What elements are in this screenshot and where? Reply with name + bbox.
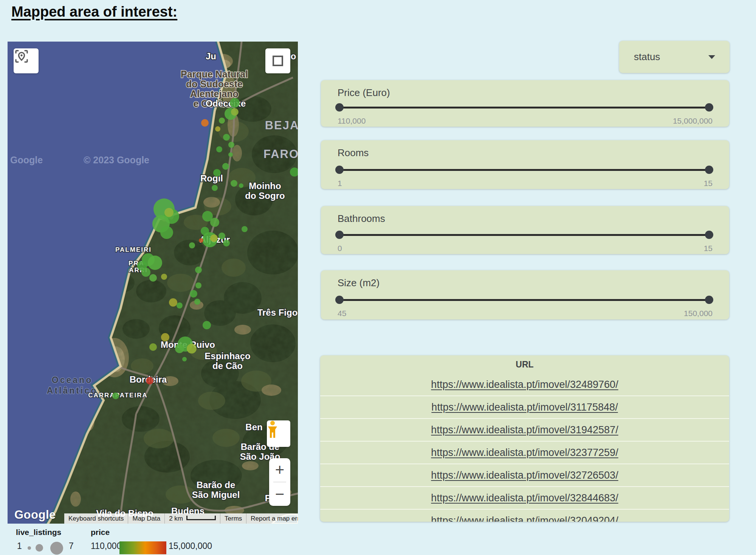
listing-dot[interactable] bbox=[218, 233, 225, 239]
table-row: https://www.idealista.pt/imovel/32489760… bbox=[320, 374, 729, 395]
listing-dot[interactable] bbox=[195, 282, 201, 288]
legend-size-title: live_listings bbox=[16, 528, 61, 537]
listing-dot[interactable] bbox=[199, 238, 203, 243]
map-label: Parque Natural bbox=[181, 69, 248, 79]
listing-dot[interactable] bbox=[201, 119, 209, 127]
rooms-filter-title: Rooms bbox=[338, 147, 369, 159]
listing-dot[interactable] bbox=[195, 267, 202, 273]
map-label: Odeceixe bbox=[206, 98, 246, 109]
listing-dot[interactable] bbox=[164, 208, 174, 217]
rooms-max-label: 15 bbox=[704, 179, 713, 188]
listing-dot[interactable] bbox=[149, 343, 157, 351]
listing-dot[interactable] bbox=[177, 302, 183, 309]
map-label: Google bbox=[10, 155, 43, 165]
map-label: © 2023 Google bbox=[84, 155, 149, 165]
table-row: https://www.idealista.pt/imovel/31942587… bbox=[320, 418, 729, 441]
price-slider-handle-min[interactable] bbox=[335, 103, 344, 112]
terms-link[interactable]: Terms bbox=[220, 513, 246, 524]
listing-dot[interactable] bbox=[194, 299, 200, 305]
listing-dot[interactable] bbox=[228, 152, 233, 157]
rooms-slider-handle-max[interactable] bbox=[705, 166, 713, 174]
map[interactable]: JuoParque Naturaldo SudoesteAlentejanoe … bbox=[8, 42, 298, 524]
listing-dot[interactable] bbox=[231, 180, 237, 187]
listing-dot[interactable] bbox=[223, 240, 230, 246]
zoom-control: + − bbox=[269, 458, 290, 506]
map-label: Ben bbox=[245, 422, 262, 432]
price-gradient-bar bbox=[119, 541, 166, 554]
size-filter-title: Size (m2) bbox=[338, 277, 380, 289]
listing-dot[interactable] bbox=[189, 242, 195, 248]
listing-dot[interactable] bbox=[231, 108, 239, 116]
bathrooms-slider-handle-max[interactable] bbox=[705, 231, 713, 239]
listing-link[interactable]: https://www.idealista.pt/imovel/32489760… bbox=[431, 379, 618, 391]
listing-dot[interactable] bbox=[219, 118, 225, 124]
listing-dot[interactable] bbox=[216, 146, 222, 152]
keyboard-shortcuts-link[interactable]: Keyboard shortcuts bbox=[64, 513, 128, 524]
size-slider-track[interactable] bbox=[339, 299, 710, 301]
listing-link[interactable]: https://www.idealista.pt/imovel/32377259… bbox=[431, 447, 618, 459]
listing-dot[interactable] bbox=[215, 126, 220, 132]
listing-link[interactable]: https://www.idealista.pt/imovel/32844683… bbox=[431, 492, 618, 504]
listing-dot[interactable] bbox=[149, 274, 157, 282]
legend-dot-large bbox=[50, 542, 63, 555]
listing-dot[interactable] bbox=[203, 321, 211, 329]
table-row: https://www.idealista.pt/imovel/32049204… bbox=[320, 509, 729, 522]
listing-dot[interactable] bbox=[210, 234, 218, 242]
price-filter-card: Price (Euro) 110,000 15,000,000 bbox=[321, 80, 729, 127]
bathrooms-slider-track[interactable] bbox=[339, 234, 710, 236]
zoom-in-button[interactable]: + bbox=[269, 458, 290, 482]
rooms-min-label: 1 bbox=[338, 179, 342, 188]
rooms-slider-handle-min[interactable] bbox=[335, 166, 344, 174]
listing-dot[interactable] bbox=[187, 344, 197, 353]
google-logo[interactable]: Google bbox=[14, 508, 56, 522]
bathrooms-slider-handle-min[interactable] bbox=[335, 231, 344, 239]
listing-dot[interactable] bbox=[182, 357, 187, 361]
status-dropdown[interactable]: status bbox=[619, 41, 730, 73]
map-data-link[interactable]: Map Data bbox=[128, 513, 164, 524]
report-map-error-link[interactable]: Report a map error bbox=[246, 513, 298, 524]
map-label: do Sudoeste bbox=[186, 79, 243, 89]
listing-dot[interactable] bbox=[169, 298, 177, 307]
listing-dot[interactable] bbox=[223, 134, 230, 141]
map-label: Ju bbox=[206, 51, 216, 61]
price-slider-track[interactable] bbox=[339, 107, 710, 109]
listing-link[interactable]: https://www.idealista.pt/imovel/31175848… bbox=[431, 402, 618, 413]
listing-dot[interactable] bbox=[190, 290, 197, 298]
location-pin-brackets-icon bbox=[14, 48, 29, 64]
listing-dot[interactable] bbox=[175, 344, 184, 353]
legend-dot-small bbox=[28, 546, 31, 550]
listing-dot[interactable] bbox=[242, 226, 248, 232]
size-slider-handle-min[interactable] bbox=[335, 296, 344, 304]
listing-dot[interactable] bbox=[228, 142, 234, 148]
fullscreen-button[interactable] bbox=[265, 48, 290, 73]
table-row: https://www.idealista.pt/imovel/32726503… bbox=[320, 464, 729, 486]
listing-dot[interactable] bbox=[161, 274, 167, 280]
listing-dot[interactable] bbox=[161, 333, 169, 341]
fullscreen-icon bbox=[273, 56, 283, 66]
listing-dot[interactable] bbox=[230, 98, 240, 108]
legend-price-title: price bbox=[91, 528, 110, 537]
zoom-out-button[interactable]: − bbox=[269, 482, 290, 506]
listing-dot[interactable] bbox=[213, 169, 221, 177]
legend-size-max: 7 bbox=[69, 541, 74, 551]
listing-dot[interactable] bbox=[148, 256, 162, 270]
listing-link[interactable]: https://www.idealista.pt/imovel/32726503… bbox=[431, 470, 618, 481]
listing-dot[interactable] bbox=[239, 183, 243, 188]
size-slider-handle-max[interactable] bbox=[705, 296, 713, 304]
listing-dot[interactable] bbox=[222, 163, 229, 170]
pegman-button[interactable] bbox=[267, 420, 290, 447]
size-min-label: 45 bbox=[338, 309, 346, 318]
listing-dot[interactable] bbox=[210, 218, 219, 227]
listing-dot[interactable] bbox=[112, 392, 119, 399]
listing-dot[interactable] bbox=[146, 377, 153, 384]
listing-dot[interactable] bbox=[212, 185, 218, 191]
price-slider-handle-max[interactable] bbox=[705, 103, 713, 112]
listing-dot[interactable] bbox=[160, 226, 173, 239]
listing-link[interactable]: https://www.idealista.pt/imovel/32049204… bbox=[431, 515, 618, 522]
map-attribution-bar: Keyboard shortcuts Map Data 2 km Terms R… bbox=[64, 513, 298, 524]
rooms-slider-track[interactable] bbox=[339, 169, 710, 171]
listing-dot[interactable] bbox=[141, 268, 150, 277]
price-min-label: 110,000 bbox=[338, 116, 366, 126]
listing-link[interactable]: https://www.idealista.pt/imovel/31942587… bbox=[431, 424, 618, 436]
select-area-button[interactable] bbox=[14, 48, 39, 73]
